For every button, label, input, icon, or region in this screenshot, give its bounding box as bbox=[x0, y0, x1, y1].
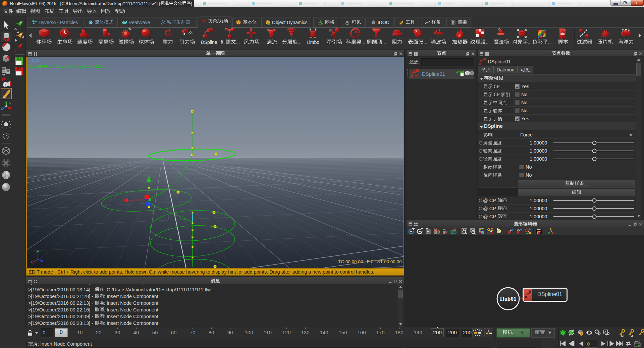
svg-text:Hub01: Hub01 bbox=[500, 296, 516, 302]
svg-text:K: K bbox=[149, 35, 151, 39]
svg-text:K: K bbox=[67, 35, 70, 39]
svg-text:TC 00:00:00 F 0 ST 00:00:0: TC 00:00:00 F 0 ST 00:00:00 bbox=[338, 259, 402, 264]
svg-text:K: K bbox=[88, 35, 90, 39]
svg-text:K: K bbox=[129, 35, 131, 39]
svg-text:L: L bbox=[9, 101, 11, 104]
svg-text:K: K bbox=[47, 35, 49, 39]
svg-text:G: G bbox=[164, 28, 171, 38]
svg-text:</>: </> bbox=[560, 32, 565, 36]
svg-text:K: K bbox=[109, 35, 111, 39]
